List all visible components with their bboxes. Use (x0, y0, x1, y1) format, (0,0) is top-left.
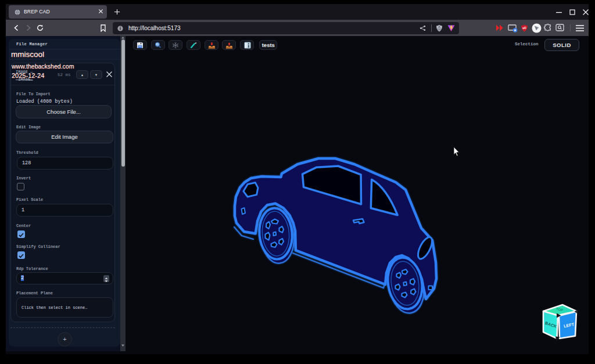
svg-text:uO: uO (522, 27, 526, 30)
